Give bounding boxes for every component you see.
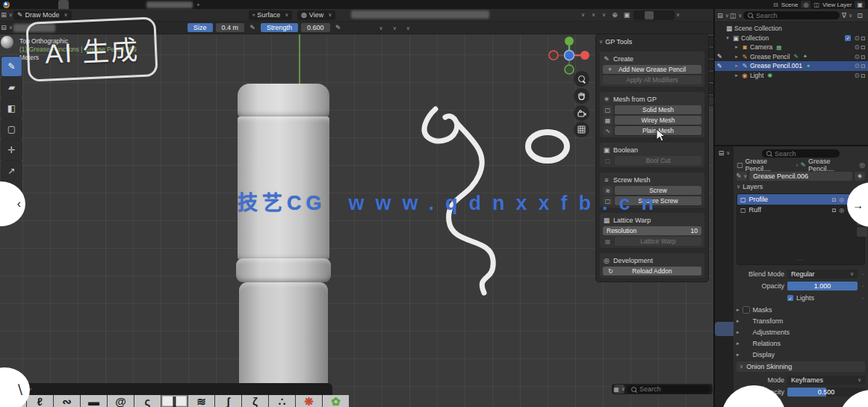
properties-tab[interactable]: [715, 234, 734, 249]
outliner-item-label[interactable]: Grease Pencil: [750, 53, 790, 60]
collapsed-panel[interactable]: ▸ Adjustments: [737, 326, 865, 338]
viewport-toggle-icon[interactable]: [682, 23, 692, 32]
brush-thumbnail[interactable]: ▬: [81, 395, 107, 407]
overlays-icon[interactable]: ▣: [621, 10, 632, 19]
mesh-convert-button[interactable]: Wirey Mesh: [615, 116, 701, 125]
opacity-slider[interactable]: 1.000: [787, 282, 858, 291]
lattice-warp-header[interactable]: ▦ Lattice Warp: [603, 215, 701, 225]
properties-tab[interactable]: [715, 351, 734, 366]
expand-caret[interactable]: ▸: [734, 63, 740, 69]
brush-thumbnail[interactable]: ≋: [188, 395, 214, 407]
workspace-tab[interactable]: [58, 0, 69, 9]
mesh-from-gp-header[interactable]: ✳ Mesh from GP: [603, 94, 701, 104]
properties-tab[interactable]: [715, 336, 734, 351]
pivot-icon[interactable]: ⊕: [610, 10, 620, 19]
outliner-settings-icon[interactable]: ⊡: [855, 11, 865, 20]
size-pen-icon[interactable]: ✎: [247, 23, 258, 32]
drawing-plane-dropdown[interactable]: ◍ View: [297, 10, 335, 20]
development-header[interactable]: ◎ Development: [603, 255, 701, 265]
shading-mode-button[interactable]: [635, 11, 644, 19]
scene-name[interactable]: Scene: [781, 1, 799, 8]
id-name-field[interactable]: Grease Pencil.006: [749, 172, 852, 181]
properties-tab[interactable]: [715, 249, 734, 264]
collapsed-panel[interactable]: ▸ Masks: [737, 304, 865, 315]
collapsed-panel[interactable]: ▸ Display: [737, 349, 865, 360]
workspace-tab[interactable]: [69, 0, 79, 9]
tool-button[interactable]: ◧: [1, 99, 22, 118]
brush-thumbnail[interactable]: ∾: [54, 395, 80, 407]
reload-addon-button[interactable]: ↻ Reload Addon: [603, 267, 701, 276]
eye-camera-icons[interactable]: ⊙ ◘: [854, 34, 865, 42]
outliner-item-label[interactable]: Grease Pencil.001: [750, 62, 802, 69]
viewport-toggle-icon[interactable]: [670, 23, 681, 32]
viewport-toggle-icon[interactable]: [658, 23, 669, 32]
outliner-row[interactable]: ▦ Scene Collection: [715, 24, 868, 34]
resolution-slider[interactable]: Resolution 10: [603, 226, 701, 235]
brush-toggle-icon[interactable]: [358, 23, 368, 33]
outliner-row[interactable]: ▾ ▣ Collection ⊙ ◘: [715, 34, 868, 43]
expand-caret[interactable]: ▾: [725, 35, 731, 41]
lights-checkbox[interactable]: [787, 295, 793, 301]
properties-tab[interactable]: [715, 205, 734, 220]
eye-camera-icons[interactable]: ⊙ ◘: [854, 43, 865, 51]
brush-thumbnail[interactable]: ς: [134, 395, 161, 407]
brush-thumbnail[interactable]: ∴: [269, 395, 295, 407]
properties-search-input[interactable]: Search: [762, 149, 840, 158]
eye-camera-icons[interactable]: ⊙ ◘: [854, 53, 865, 60]
workspace-tab[interactable]: [79, 0, 90, 9]
header-dropdown-icon[interactable]: [598, 10, 608, 19]
add-workspace-button[interactable]: +: [193, 1, 204, 8]
strength-pen-icon[interactable]: ✎: [333, 23, 344, 32]
brush-toggle-icon[interactable]: [347, 23, 357, 33]
shelf-tab[interactable]: [65, 388, 77, 390]
onion-mode-dropdown[interactable]: Keyframes∨: [787, 376, 865, 385]
properties-editor-icon[interactable]: ⊟: [718, 148, 731, 158]
onion-skinning-header[interactable]: ∨ Onion Skinning: [737, 361, 865, 372]
brush-thumbnail[interactable]: ✿: [323, 395, 349, 407]
workspace-tab[interactable]: [131, 0, 142, 9]
screw-mesh-header[interactable]: ≡ Screw Mesh: [603, 175, 701, 184]
properties-tab[interactable]: [715, 293, 734, 308]
outliner-editor-icon[interactable]: ⊟: [718, 11, 728, 20]
zoom-button[interactable]: [574, 71, 589, 87]
animate-dot[interactable]: ·: [861, 282, 865, 290]
eyedropper-icon[interactable]: ◎: [859, 161, 865, 169]
id-type-icon[interactable]: ✎: [737, 172, 747, 181]
viewlayer-button[interactable]: ▣: [855, 1, 865, 8]
editor-type-button[interactable]: ⊞: [1, 10, 12, 20]
shelf-display-button[interactable]: ▦: [614, 385, 624, 394]
expand-caret[interactable]: ▸: [734, 44, 740, 50]
brush-thumbnail[interactable]: ζ: [242, 395, 268, 407]
strength-pressure-button[interactable]: Strength: [261, 23, 298, 32]
tool-settings-dropdown[interactable]: [391, 24, 397, 31]
properties-tab[interactable]: [715, 278, 734, 293]
viewlayer-name[interactable]: View Layer: [822, 1, 852, 8]
layer-name[interactable]: Profile: [749, 196, 769, 203]
fake-user-icon[interactable]: ◈: [855, 172, 865, 181]
blender-logo-icon[interactable]: [3, 1, 10, 8]
outliner-row[interactable]: ▸ ◉ Light ◉ ⊙ ◘: [715, 71, 868, 81]
tool-button[interactable]: ↗: [1, 161, 22, 181]
eye-camera-icons[interactable]: ⊙ ◘: [854, 72, 865, 79]
mesh-convert-button[interactable]: Solid Mesh: [615, 105, 701, 114]
viewport-toggle-icon[interactable]: [646, 23, 657, 32]
header-dropdown-icon[interactable]: [587, 10, 598, 19]
layer-row[interactable]: ▢ Ruff ◘ ◎ ⊙ ⊘: [737, 205, 864, 215]
breadcrumb-object[interactable]: Grease Pencil....: [745, 158, 794, 173]
workspace-tab[interactable]: [121, 0, 131, 9]
outliner-display-icon[interactable]: ◫: [731, 11, 741, 20]
apply-modifiers-button[interactable]: Apply All Modifiers: [603, 75, 701, 84]
layer-row[interactable]: ▢ Profile ◘ ◎ ⊙ ⊘: [737, 194, 864, 205]
tool-button[interactable]: ▰: [1, 78, 22, 97]
collapsed-panel[interactable]: ▸ Relations: [737, 338, 865, 349]
eye-camera-icons[interactable]: ⊙ ◘: [854, 62, 865, 69]
gp-tools-header[interactable]: ∨GP Tools: [599, 37, 705, 47]
brush-thumbnail[interactable]: ∥: [161, 395, 187, 407]
layers-panel-header[interactable]: ∨ Layers: [737, 181, 865, 192]
brush-option-icon[interactable]: [174, 23, 185, 32]
layer-list-button[interactable]: [857, 227, 867, 237]
tool-button[interactable]: ✛: [1, 140, 22, 160]
include-checkbox[interactable]: [845, 35, 851, 41]
properties-tab[interactable]: [715, 307, 734, 322]
lattice-warp-button[interactable]: Lattice Warp: [615, 237, 701, 246]
